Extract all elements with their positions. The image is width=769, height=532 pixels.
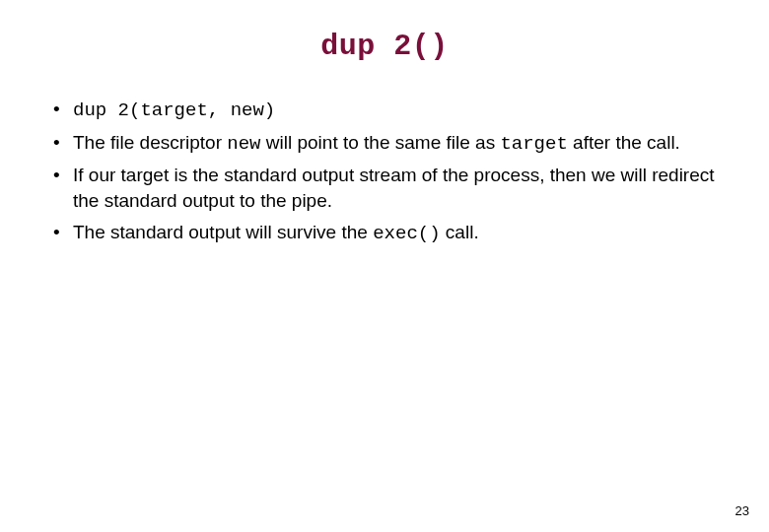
- slide: dup 2() dup 2(target, new) The file desc…: [0, 0, 769, 532]
- code-text: new: [227, 133, 260, 155]
- body-text: The standard output will survive the: [73, 222, 373, 242]
- body-text: after the call.: [568, 132, 680, 153]
- bullet-item: If our target is the standard output str…: [47, 163, 722, 213]
- code-text: exec(): [373, 223, 440, 244]
- slide-title: dup 2(): [47, 30, 722, 63]
- bullet-item: The standard output will survive the exe…: [47, 220, 722, 247]
- body-text: The file descriptor: [73, 132, 227, 153]
- body-text: call.: [441, 222, 479, 242]
- page-number: 23: [735, 503, 749, 518]
- bullet-item: dup 2(target, new): [47, 97, 722, 124]
- code-text: target: [500, 133, 567, 155]
- code-text: dup 2(target, new): [73, 100, 275, 121]
- body-text: will point to the same file as: [261, 132, 501, 153]
- body-text: If our target is the standard output str…: [73, 165, 715, 211]
- bullet-list: dup 2(target, new) The file descriptor n…: [47, 97, 722, 246]
- bullet-item: The file descriptor new will point to th…: [47, 130, 722, 158]
